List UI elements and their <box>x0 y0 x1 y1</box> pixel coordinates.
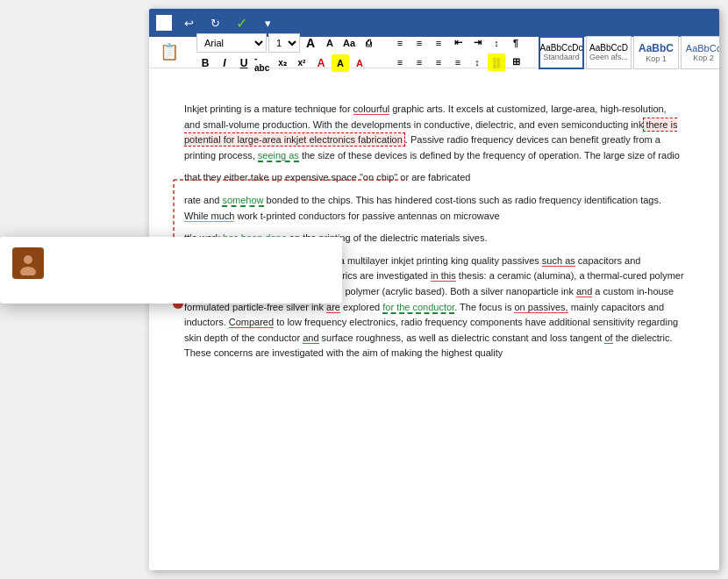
font-size-select[interactable]: 10 <box>268 33 300 53</box>
numbering-button[interactable]: ≡ <box>410 34 428 52</box>
text-cont3: the size of these devices is defined by … <box>299 150 680 161</box>
text-intro: Inkjet printing is a mature technique fo… <box>184 104 353 114</box>
styles-area: AaBbCcDc Standaard AaBbCcD Geen afs... A… <box>535 34 719 71</box>
seeing-as-text: seeing as <box>258 150 299 162</box>
and2-text: and <box>303 332 318 344</box>
in-this-text: in this <box>431 270 456 282</box>
document-area: Inkjet printing is a mature technique fo… <box>149 68 719 542</box>
callout-header <box>0 237 342 286</box>
bold-button[interactable]: B <box>196 54 214 72</box>
style-standaard[interactable]: AaBbCcDc Standaard <box>539 36 584 69</box>
font-format-button[interactable]: Aa <box>340 34 358 52</box>
paragraph-2: that they either take up expensive space… <box>184 170 684 186</box>
multilevel-button[interactable]: ≡ <box>430 34 447 52</box>
redo-button[interactable]: ↻ <box>205 13 225 32</box>
text-p5i: surface roughness, as well as dielectric… <box>319 332 605 343</box>
align-right-button[interactable]: ≡ <box>430 54 447 71</box>
align-center-button[interactable]: ≡ <box>410 54 428 71</box>
text-p3b: bonded to the chips. This has hindered c… <box>264 195 662 205</box>
shading-button[interactable]: ░ <box>488 54 505 71</box>
align-left-button[interactable]: ≡ <box>391 54 409 71</box>
text-p2a: that they either take up expensive space… <box>184 172 470 182</box>
underline-button[interactable]: U <box>235 54 253 72</box>
callout-message <box>0 286 342 304</box>
text-p3a: rate and <box>184 195 222 205</box>
text-p5e: explored <box>340 302 382 312</box>
while-much-text: While much <box>184 211 234 222</box>
callout-popup <box>0 237 342 304</box>
decrease-font-button[interactable]: A <box>321 34 339 52</box>
style-geen-afstand[interactable]: AaBbCcD Geen afs... <box>586 36 632 69</box>
sort-button[interactable]: ↕ <box>488 34 505 52</box>
subscript-button[interactable]: x₂ <box>274 54 291 72</box>
and1-text: and <box>576 286 592 297</box>
text-p5f: . The focus is <box>454 302 514 312</box>
such-as-text: such as <box>542 255 575 267</box>
increase-font-button[interactable]: A <box>302 34 319 52</box>
ribbon-top: 📋 Arial 10 A A Aa ⎙ B I U -abc <box>149 37 719 68</box>
show-marks-button[interactable]: ¶ <box>507 34 525 52</box>
word-icon <box>156 15 172 31</box>
line-spacing-button[interactable]: ↕ <box>468 54 486 71</box>
superscript-button[interactable]: x² <box>293 54 310 72</box>
paragraph-3: rate and somehow bonded to the chips. Th… <box>184 193 684 224</box>
font-color-button[interactable]: A <box>312 54 330 72</box>
undo-button[interactable]: ↩ <box>179 13 198 32</box>
style-kop1[interactable]: AaBbC Kop 1 <box>633 36 679 69</box>
of-the-text: of <box>604 332 612 344</box>
compared-text: Compared <box>229 317 274 328</box>
style-kop2[interactable]: AaBbCc Kop 2 <box>681 36 719 69</box>
on-passives-text: on passives, <box>514 302 567 313</box>
highlight-button[interactable]: A <box>332 54 349 72</box>
for-the-conductor-text: for the conductor <box>382 302 454 314</box>
justify-button[interactable]: ≡ <box>449 54 467 71</box>
somehow-text: somehow <box>222 195 263 207</box>
text-p3c: work t-printed conductors for passive an… <box>234 211 499 221</box>
bullets-button[interactable]: ≡ <box>391 34 409 52</box>
italic-button[interactable]: I <box>216 54 233 72</box>
svg-point-1 <box>24 255 32 264</box>
colourful-word: colourful <box>353 104 390 115</box>
decrease-indent-button[interactable]: ⇤ <box>449 34 467 52</box>
border-button[interactable]: ⊞ <box>507 54 525 71</box>
increase-indent-button[interactable]: ⇥ <box>468 34 486 52</box>
editor-avatar <box>12 247 44 279</box>
font-color2-button[interactable]: A <box>351 54 368 72</box>
plakken-button[interactable]: 📋 <box>153 31 186 75</box>
paragraph-1: Inkjet printing is a mature technique fo… <box>184 102 684 163</box>
check-button[interactable]: ✓ <box>232 13 251 32</box>
strikethrough-button[interactable]: -abc <box>254 54 272 72</box>
customize-button[interactable]: ▾ <box>258 13 277 32</box>
font-family-select[interactable]: Arial <box>196 33 267 53</box>
clear-format-button[interactable]: ⎙ <box>360 34 377 52</box>
